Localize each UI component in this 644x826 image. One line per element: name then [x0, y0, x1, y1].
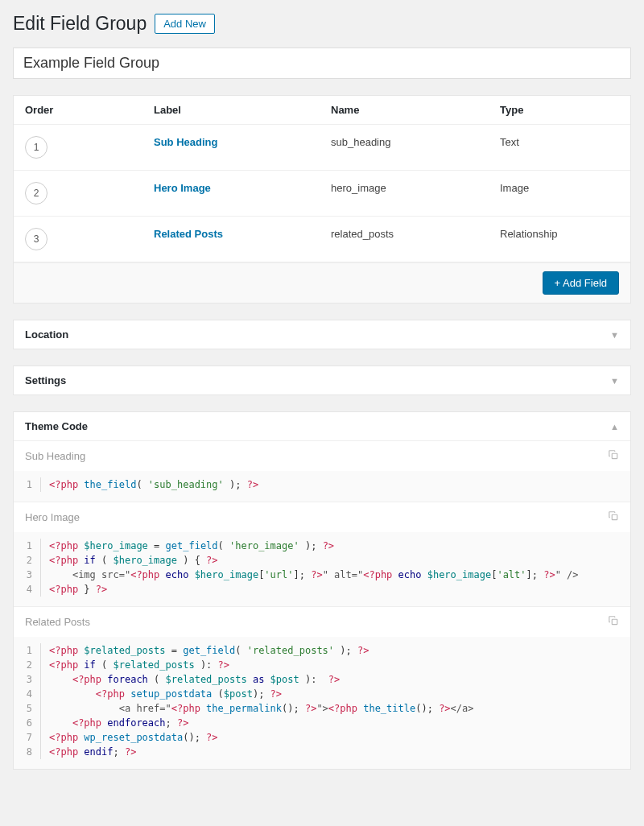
code-section-header: Hero Image — [14, 502, 630, 532]
code-line: 2<?php if ( $related_posts ): ?> — [25, 658, 619, 672]
code-block: 1<?php the_field( 'sub_heading' ); ?> — [14, 471, 630, 502]
code-section-header: Related Posts — [14, 606, 630, 637]
theme-code-label: Theme Code — [25, 420, 88, 432]
line-number: 6 — [25, 716, 41, 730]
field-type: Image — [500, 182, 619, 194]
location-label: Location — [25, 328, 68, 341]
col-header-name: Name — [331, 104, 500, 116]
chevron-down-icon: ▼ — [610, 330, 619, 340]
group-title-input[interactable] — [13, 47, 631, 79]
code-section-header: Sub Heading — [14, 440, 630, 471]
code-line: 4<?php } ?> — [25, 582, 619, 597]
theme-code-panel: Theme Code ▲ Sub Heading1<?php the_field… — [13, 411, 631, 770]
chevron-up-icon: ▲ — [610, 422, 619, 432]
field-type: Relationship — [500, 228, 619, 240]
table-row: 1Sub Headingsub_headingText — [14, 125, 630, 171]
field-label-link[interactable]: Related Posts — [154, 228, 223, 240]
col-header-order: Order — [25, 104, 154, 116]
field-label-link[interactable]: Sub Heading — [154, 136, 217, 148]
line-number: 1 — [25, 477, 41, 492]
code-line: 7<?php wp_reset_postdata(); ?> — [25, 730, 619, 745]
add-field-button[interactable]: + Add Field — [543, 271, 619, 295]
code-line: 1<?php $related_posts = get_field( 'rela… — [25, 643, 619, 658]
field-label-link[interactable]: Hero Image — [154, 182, 211, 194]
clipboard-icon[interactable] — [608, 615, 619, 629]
order-handle[interactable]: 2 — [25, 182, 47, 204]
code-line: 6 <?php endforeach; ?> — [25, 716, 619, 730]
code-line: 3 <?php foreach ( $related_posts as $pos… — [25, 672, 619, 687]
settings-panel-header[interactable]: Settings ▼ — [14, 366, 630, 394]
clipboard-icon[interactable] — [608, 510, 619, 524]
page-title: Edit Field Group — [13, 13, 147, 35]
svg-rect-2 — [612, 619, 617, 624]
code-line: 3 <img src="<?php echo $hero_image['url'… — [25, 568, 619, 582]
theme-code-panel-header[interactable]: Theme Code ▲ — [14, 412, 630, 440]
order-handle[interactable]: 1 — [25, 136, 47, 159]
settings-label: Settings — [25, 374, 66, 386]
code-line: 2<?php if ( $hero_image ) { ?> — [25, 553, 619, 568]
col-header-type: Type — [500, 104, 619, 116]
code-block: 1<?php $hero_image = get_field( 'hero_im… — [14, 532, 630, 606]
table-row: 3Related Postsrelated_postsRelationship — [14, 217, 630, 262]
code-section-title: Sub Heading — [25, 450, 85, 462]
code-line: 4 <?php setup_postdata ($post); ?> — [25, 687, 619, 701]
field-name: hero_image — [331, 182, 500, 194]
line-number: 7 — [25, 730, 41, 745]
line-number: 1 — [25, 539, 41, 553]
field-type: Text — [500, 136, 619, 148]
line-number: 3 — [25, 568, 41, 582]
line-number: 3 — [25, 672, 41, 687]
settings-panel: Settings ▼ — [13, 366, 631, 395]
chevron-down-icon: ▼ — [610, 376, 619, 386]
svg-rect-0 — [612, 453, 617, 458]
location-panel-header[interactable]: Location ▼ — [14, 320, 630, 349]
line-number: 4 — [25, 582, 41, 597]
code-block: 1<?php $related_posts = get_field( 'rela… — [14, 637, 630, 769]
code-section-title: Hero Image — [25, 511, 80, 523]
order-handle[interactable]: 3 — [25, 228, 47, 250]
line-number: 2 — [25, 658, 41, 672]
line-number: 5 — [25, 701, 41, 716]
col-header-label: Label — [154, 104, 331, 116]
line-number: 4 — [25, 687, 41, 701]
table-row: 2Hero Imagehero_imageImage — [14, 171, 630, 217]
line-number: 1 — [25, 643, 41, 658]
line-number: 2 — [25, 553, 41, 568]
fields-table: Order Label Name Type 1Sub Headingsub_he… — [13, 95, 631, 304]
add-new-button[interactable]: Add New — [155, 14, 215, 34]
code-line: 5 <a href="<?php the_permalink(); ?>"><?… — [25, 701, 619, 716]
code-line: 1<?php the_field( 'sub_heading' ); ?> — [25, 477, 619, 492]
code-line: 8<?php endif; ?> — [25, 745, 619, 759]
line-number: 8 — [25, 745, 41, 759]
location-panel: Location ▼ — [13, 320, 631, 349]
field-name: sub_heading — [331, 136, 500, 148]
field-name: related_posts — [331, 228, 500, 240]
svg-rect-1 — [612, 514, 617, 519]
code-section-title: Related Posts — [25, 616, 90, 628]
clipboard-icon[interactable] — [608, 449, 619, 463]
code-line: 1<?php $hero_image = get_field( 'hero_im… — [25, 539, 619, 553]
